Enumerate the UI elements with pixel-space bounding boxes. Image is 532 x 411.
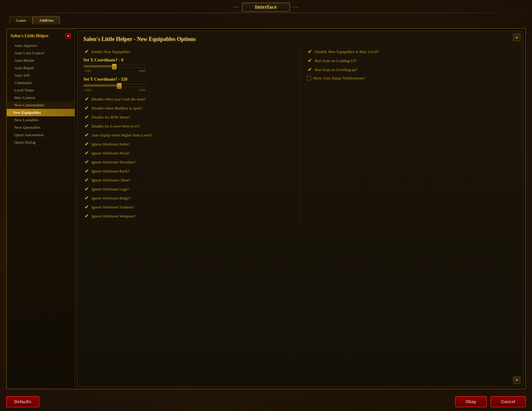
checkbox-rings-icon: ✔ — [83, 195, 90, 201]
checkbox-scan-leveling-icon: ✔ — [307, 67, 313, 73]
slider-x-section: Set X Coordinate? - 0 -1000 1000 — [83, 58, 291, 73]
checkbox-scan-loading-icon: ✔ — [307, 58, 313, 64]
checkbox-ignore-neck[interactable]: ✔ Ignore Heirloom Neck? — [83, 150, 291, 156]
run-scan-leveling-label: Run Scan on Leveling up? — [315, 67, 358, 72]
sidebar-item-new-lootables[interactable]: New Lootables — [7, 116, 75, 124]
checkbox-ignore-rings[interactable]: ✔ Ignore Heirloom Rings? — [83, 195, 291, 201]
checkbox-checked-icon: ✔ — [83, 49, 90, 55]
tab-game[interactable]: Game — [9, 16, 33, 25]
checkbox-ignore-helm[interactable]: ✔ Ignore Heirloom Helm? — [83, 141, 291, 147]
ignore-legs-label: Ignore Heirloom Legs? — [91, 187, 129, 192]
checkbox-disable-mailbox[interactable]: ✔ Disable when Mailbox is open? — [83, 105, 291, 111]
okay-button[interactable]: Okay — [455, 396, 487, 407]
checkbox-ignore-back[interactable]: ✔ Ignore Heirloom Back? — [83, 168, 291, 174]
sidebar-item-new-equipables[interactable]: New Equipables — [7, 109, 75, 116]
checkbox-auto-equip-higher[interactable]: ✔ Auto Equip when Higher Item Level? — [83, 132, 291, 138]
checkbox-ignore-weapons[interactable]: ✔ Ignore Heirloom Weapons? — [83, 213, 291, 219]
sidebar-item-new-questables[interactable]: New Questables — [7, 124, 75, 131]
checkbox-ignore-chest[interactable]: ✔ Ignore Heirloom Chest? — [83, 177, 291, 183]
slider-x-title: Set X Coordinate? - 0 — [83, 58, 291, 63]
ignore-weapons-label: Ignore Heirloom Weapons? — [91, 214, 136, 219]
sidebar-item-quest-dialog[interactable]: Quest Dialog — [7, 139, 75, 146]
content-area: Game AddOns Salen's Little Helper ■ Auto… — [0, 13, 532, 392]
tab-addons[interactable]: AddOns — [33, 16, 60, 25]
right-panel: ▲ Salen's Little Helper - New Equipables… — [77, 31, 523, 387]
sidebar-item-auto-repair[interactable]: Auto Repair — [7, 64, 75, 72]
window-title: Interface — [255, 4, 277, 10]
ignore-chest-label: Ignore Heirloom Chest? — [91, 178, 130, 183]
checkbox-back-icon: ✔ — [83, 168, 90, 174]
checkbox-ignore-trinkets[interactable]: ✔ Ignore Heirloom Trinkets? — [83, 204, 291, 210]
checkbox-disable-lower[interactable]: ✔ Disable for Lower Item level? — [83, 123, 291, 129]
sidebar-header: Salen's Little Helper ■ — [7, 31, 75, 41]
disable-craft-label: Disable when you Craft the item? — [91, 97, 146, 102]
checkbox-run-scan-loading[interactable]: ✔ Run Scan on Loading UI? — [307, 58, 517, 64]
defaults-button[interactable]: Defaults — [6, 396, 39, 407]
sidebar-item-auto-approve[interactable]: Auto Approve — [7, 42, 75, 49]
scroll-up-button[interactable]: ▲ — [513, 34, 521, 41]
ignore-trinkets-label: Ignore Heirloom Trinkets? — [91, 205, 134, 210]
ignore-helm-label: Ignore Heirloom Helm? — [91, 142, 130, 147]
sidebar-item-auto-mount[interactable]: Auto Mount — [7, 57, 75, 64]
checkbox-run-scan-leveling[interactable]: ✔ Run Scan on Leveling up? — [307, 67, 517, 73]
checkbox-disable-boe[interactable]: ✔ Disable for BOE Items? — [83, 114, 291, 120]
checkbox-ignore-shoulder[interactable]: ✔ Ignore Heirloom Shoulder? — [83, 159, 291, 165]
sidebar-item-auto-sell[interactable]: Auto Sell — [7, 72, 75, 79]
checkbox-auto-equip-icon: ✔ — [83, 132, 90, 138]
slider-y-container — [83, 84, 291, 87]
ignore-rings-label: Ignore Heirloom Rings? — [91, 196, 130, 201]
ignore-shoulder-label: Ignore Heirloom Shoulder? — [91, 160, 136, 165]
sidebar-item-cinematics[interactable]: Cinematics — [7, 79, 75, 87]
checkbox-disable-craft[interactable]: ✔ Disable when you Craft the item? — [83, 96, 291, 102]
sidebar-item-new-consumables[interactable]: New Consumables — [7, 101, 75, 109]
slider-y-max: 1000 — [138, 88, 145, 92]
checkbox-chest-icon: ✔ — [83, 177, 90, 183]
checkbox-weapons-icon: ✔ — [83, 213, 90, 219]
sidebar-item-auto-loot-control[interactable]: Auto Loot Control — [7, 49, 75, 57]
checkbox-ignore-legs[interactable]: ✔ Ignore Heirloom Legs? — [83, 186, 291, 192]
checkbox-show-notifications[interactable]: Show Auto Equip Notifications? — [307, 76, 517, 81]
disable-mailbox-label: Disable when Mailbox is open? — [91, 106, 143, 111]
slider-y-min: -1000 — [83, 88, 91, 92]
sidebar-item-max-camera[interactable]: Max Camera — [7, 94, 75, 101]
disable-max-level-label: Disable New Equipables at Max Level? — [315, 49, 379, 54]
checkbox-mailbox-icon: ✔ — [83, 105, 90, 111]
checkbox-enable-new-equipables[interactable]: ✔ Enable New Equipables — [83, 49, 291, 55]
show-notifications-label: Show Auto Equip Notifications? — [313, 76, 365, 81]
checkbox-trinkets-icon: ✔ — [83, 204, 90, 210]
checkbox-max-level-icon: ✔ — [307, 49, 313, 55]
checkbox-helm-icon: ✔ — [83, 141, 90, 147]
checkbox-lower-icon: ✔ — [83, 123, 90, 129]
disable-boe-label: Disable for BOE Items? — [91, 115, 130, 120]
cancel-button[interactable]: Cancel — [490, 396, 526, 407]
checkbox-legs-icon: ✔ — [83, 186, 90, 192]
sidebar-item-level-timer[interactable]: Level Timer — [7, 87, 75, 94]
title-bar: Interface — [0, 0, 532, 13]
checkbox-shoulder-icon: ✔ — [83, 159, 90, 165]
bottom-bar: Defaults Okay Cancel — [0, 392, 532, 411]
title-frame: Interface — [242, 2, 290, 12]
enable-new-equipables-label: Enable New Equipables — [91, 49, 130, 54]
checkbox-craft-icon: ✔ — [83, 96, 90, 102]
tab-row: Game AddOns — [6, 16, 526, 25]
run-scan-loading-label: Run Scan on Loading UI? — [315, 58, 357, 63]
slider-y-title: Set Y Coordinate? - 320 — [83, 77, 291, 82]
options-grid: ✔ Enable New Equipables Set X Coordinate… — [83, 49, 517, 222]
checkbox-notifications-unchecked — [307, 76, 311, 80]
sidebar-close-button[interactable]: ■ — [65, 33, 71, 39]
checkbox-disable-max-level[interactable]: ✔ Disable New Equipables at Max Level? — [307, 49, 517, 55]
slider-x-min: -1000 — [83, 69, 91, 73]
sidebar-item-quest-automation[interactable]: Quest Automation — [7, 131, 75, 139]
ignore-neck-label: Ignore Heirloom Neck? — [91, 151, 130, 156]
slider-y-track[interactable] — [83, 84, 145, 87]
options-right: ✔ Disable New Equipables at Max Level? ✔… — [300, 49, 517, 222]
ignore-back-label: Ignore Heirloom Back? — [91, 169, 130, 174]
bottom-right-buttons: Okay Cancel — [455, 396, 526, 407]
scroll-down-button[interactable]: ▼ — [513, 377, 521, 384]
disable-lower-label: Disable for Lower Item level? — [91, 124, 140, 129]
options-left: ✔ Enable New Equipables Set X Coordinate… — [83, 49, 300, 222]
slider-x-track[interactable] — [83, 65, 145, 68]
checkbox-neck-icon: ✔ — [83, 150, 90, 156]
sidebar-title: Salen's Little Helper — [11, 34, 49, 38]
slider-y-section: Set Y Coordinate? - 320 -1000 1000 — [83, 77, 291, 92]
